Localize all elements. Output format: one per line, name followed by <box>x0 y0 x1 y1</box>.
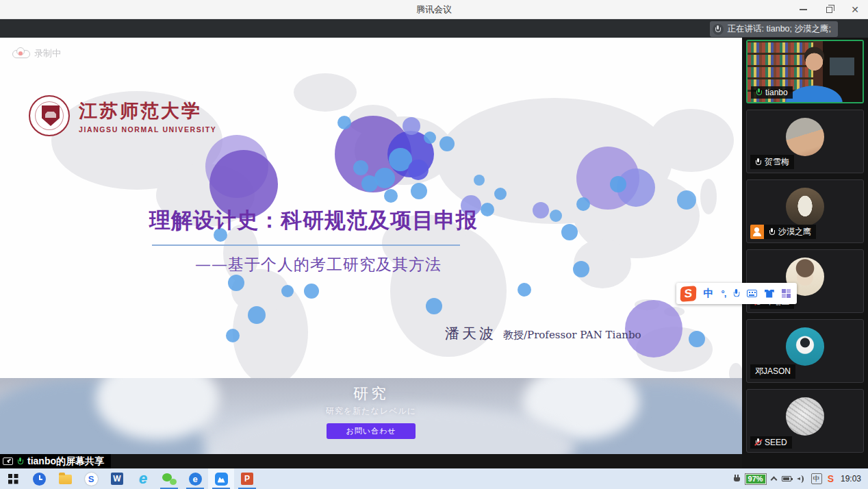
start-taskbar-button[interactable] <box>0 468 26 489</box>
recording-label: 录制中 <box>34 47 61 60</box>
slide-title: 理解设计史：科研规范及项目申报 <box>149 206 478 235</box>
participant-tile[interactable]: 邓JASON <box>746 319 864 383</box>
participant-tile[interactable]: tianbo <box>746 40 864 103</box>
close-icon: ✕ <box>851 5 859 14</box>
map-bubble <box>337 116 351 129</box>
participant-name: 邓JASON <box>755 366 791 377</box>
screen-share-text: tianbo的屏幕共享 <box>27 455 104 468</box>
power-plug-icon[interactable] <box>734 475 740 484</box>
shared-screen: 录制中 江苏师范大学 JIANGSU NORMAL UNIVERSITY 理解设… <box>0 38 742 468</box>
meeting-taskbar-button[interactable] <box>208 468 234 489</box>
close-button[interactable]: ✕ <box>842 0 868 19</box>
banner-subtitle: 研究を新たなレベルに <box>0 405 742 417</box>
toolbox-icon[interactable] <box>782 289 790 298</box>
map-bubble <box>576 197 590 211</box>
wechat-taskbar-button[interactable] <box>156 468 182 489</box>
start-icon <box>8 474 18 484</box>
map-bubble <box>561 224 578 240</box>
map-bubble <box>550 210 562 222</box>
participant-tile[interactable]: 沙漠之鹰 <box>746 179 864 243</box>
voice-input-button[interactable] <box>733 289 740 299</box>
sogou-tray-icon[interactable]: S <box>828 473 834 484</box>
presenter-title: 教授/Professor PAN Tianbo <box>503 329 641 342</box>
sogou-taskbar-button[interactable]: S <box>78 468 104 489</box>
map-bubble <box>439 136 455 151</box>
restore-icon <box>826 7 832 13</box>
university-block: 江苏师范大学 JIANGSU NORMAL UNIVERSITY <box>29 95 216 136</box>
map-bubble <box>384 189 398 203</box>
slide-subtitle: ——基于个人的考工研究及其方法 <box>161 254 476 275</box>
map-bubble <box>481 203 494 216</box>
clock-time[interactable]: 19:03 <box>841 474 861 484</box>
map-bubble <box>304 284 319 299</box>
map-bubble <box>248 306 266 324</box>
meeting-icon <box>215 473 228 486</box>
participant-tile[interactable]: SEED <box>746 389 864 453</box>
ppt-icon: P <box>241 473 253 485</box>
participant-name: tianbo <box>765 88 788 97</box>
meeting-toolbar: 正在讲话: tianbo; 沙漠之鹰; <box>0 19 868 38</box>
screen-share-statusbar: tianbo的屏幕共享 <box>0 454 742 468</box>
battery-icon[interactable] <box>782 476 791 481</box>
wechat-icon <box>162 473 177 485</box>
cloud-recording-icon <box>12 49 29 58</box>
university-name-zh: 江苏师范大学 <box>79 99 216 123</box>
map-bubble <box>518 283 531 297</box>
system-tray: 97% 中 S 19:03 <box>734 473 868 484</box>
participant-label: 邓JASON <box>750 364 795 379</box>
skin-icon[interactable] <box>765 290 774 298</box>
tray-expand-chevron-icon[interactable] <box>770 477 777 484</box>
contact-button: お問い合わせ <box>327 423 415 439</box>
sogou-icon: S <box>85 473 98 486</box>
participant-tile[interactable]: 贺雪梅 <box>746 110 864 173</box>
clock-taskbar-button[interactable] <box>26 468 52 489</box>
sogou-logo-icon[interactable]: S <box>680 286 696 302</box>
window-title: 腾讯会议 <box>0 3 868 16</box>
clock-icon <box>33 473 46 486</box>
taskbar-apps: SWeeP <box>0 468 260 489</box>
participant-label: tianbo <box>751 86 793 99</box>
screen-share-icon <box>3 457 13 465</box>
folder-taskbar-button[interactable] <box>52 468 78 489</box>
punctuation-button[interactable]: °, <box>722 288 726 299</box>
participant-label: 沙漠之鹰 <box>764 225 816 239</box>
sogou-ime-toolbar: S 中 °, <box>676 283 797 304</box>
host-badge-icon <box>750 225 764 239</box>
mic-icon <box>755 438 761 447</box>
map-bubble <box>573 261 589 277</box>
map-bubble <box>226 329 240 342</box>
map-bubble <box>689 331 705 347</box>
map-bubble <box>533 202 549 218</box>
chinese-mode-button[interactable]: 中 <box>704 287 714 300</box>
screen-share-label: tianbo的屏幕共享 <box>0 454 111 468</box>
folder-icon <box>59 475 72 484</box>
mic-icon <box>755 158 761 166</box>
speaking-indicator: 正在讲话: tianbo; 沙漠之鹰; <box>710 21 838 37</box>
ie-icon: e <box>139 471 147 486</box>
presenter-name: 潘天波 <box>445 324 496 343</box>
minimize-button[interactable] <box>790 0 816 19</box>
participants-sidebar: tianbo 贺雪梅 沙漠之鹰 <box>742 38 868 468</box>
word-taskbar-button[interactable]: W <box>104 468 130 489</box>
input-language-indicator[interactable]: 中 <box>811 473 822 484</box>
keyboard-icon[interactable] <box>747 290 756 297</box>
map-bubble <box>353 160 368 175</box>
ebrowser-icon: e <box>189 473 202 486</box>
ie-taskbar-button[interactable]: e <box>130 468 156 489</box>
restore-button[interactable] <box>816 0 842 19</box>
battery-percent-badge[interactable]: 97% <box>745 474 766 484</box>
mic-icon <box>713 24 724 35</box>
map-bubble <box>281 285 294 297</box>
ppt-taskbar-button[interactable]: P <box>234 468 260 489</box>
presenter-line: 潘天波 教授/Professor PAN Tianbo <box>445 324 641 343</box>
participant-avatar <box>786 188 824 226</box>
minimize-icon <box>800 9 807 10</box>
ebrowser-taskbar-button[interactable]: e <box>182 468 208 489</box>
map-bubble <box>424 131 436 144</box>
participant-label: SEED <box>750 436 792 449</box>
windows-taskbar: SWeeP 97% 中 S 19:03 <box>0 468 868 489</box>
speaker-icon[interactable] <box>797 475 806 483</box>
participant-name: 沙漠之鹰 <box>778 226 811 238</box>
map-bubble <box>361 175 378 192</box>
university-name-en: JIANGSU NORMAL UNIVERSITY <box>79 125 216 134</box>
